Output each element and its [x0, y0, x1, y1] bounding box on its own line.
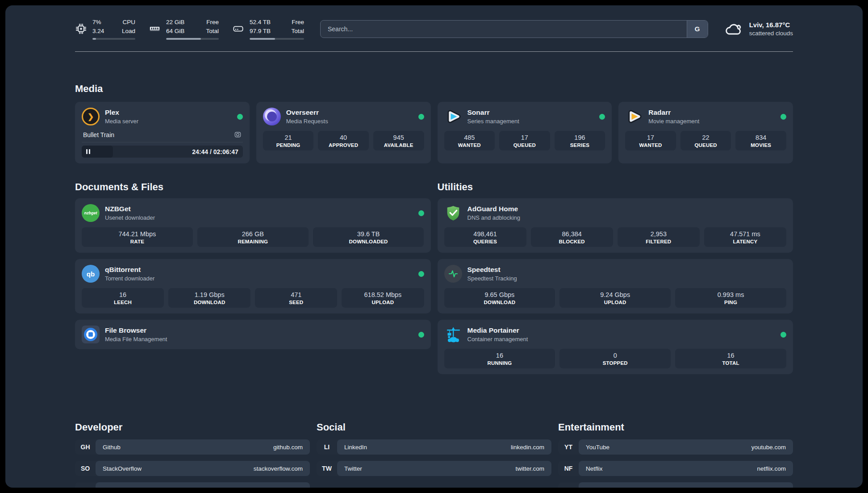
app-description: Container management — [467, 336, 528, 343]
app-card-sonarr[interactable]: Sonarr Series management 485 WANTED 17 Q… — [438, 102, 612, 163]
app-card-speedtest[interactable]: Speedtest Speedtest Tracking 9.65 Gbps D… — [438, 259, 793, 313]
section-title-entertainment: Entertainment — [558, 422, 793, 433]
stat-running: 16 RUNNING — [444, 349, 555, 368]
status-dot — [418, 114, 424, 120]
bookmark-stackoverflow[interactable]: SO StackOverflow stackoverflow.com — [75, 461, 310, 476]
bookmark-github[interactable]: GH Github github.com — [75, 439, 310, 455]
bookmark-linkedin[interactable]: LI LinkedIn linkedin.com — [317, 439, 551, 455]
stat-filtered: 2,953 FILTERED — [618, 227, 700, 247]
app-title: qBittorrent — [105, 266, 154, 274]
search-engine-button[interactable]: G — [687, 21, 708, 38]
stat-leech: 16 LEECH — [82, 288, 164, 308]
search-input[interactable] — [320, 20, 708, 38]
app-card-adguard[interactable]: AdGuard Home DNS and adblocking 498,461 … — [438, 198, 793, 253]
memory-progress — [166, 38, 219, 40]
plex-icon: ❯ — [82, 108, 100, 125]
app-description: Usenet downloader — [105, 214, 155, 221]
stat-queued: 22 QUEUED — [680, 131, 731, 150]
header-divider — [75, 51, 793, 52]
stat-seed: 471 SEED — [255, 288, 337, 308]
stat-movies: 834 MOVIES — [735, 131, 786, 150]
disk-stat: 52.4 TB 97.9 TB Free Total — [232, 18, 304, 40]
app-card-plex[interactable]: ❯ Plex Media server Bullet Train — [75, 102, 250, 163]
stat-download: 1.19 Gbps DOWNLOAD — [168, 288, 250, 308]
status-dot — [418, 271, 424, 277]
stat-ping: 0.993 ms PING — [675, 288, 786, 308]
camera-icon — [234, 131, 242, 138]
section-title-utilities: Utilities — [438, 181, 793, 193]
app-title: File Browser — [105, 326, 167, 334]
section-title-documents: Documents & Files — [75, 181, 431, 193]
media-grid: ❯ Plex Media server Bullet Train — [75, 102, 793, 163]
stat-available: 945 AVAILABLE — [373, 131, 424, 150]
now-playing-row: Bullet Train — [82, 130, 243, 142]
sonarr-icon — [444, 108, 462, 125]
bookmark-group-developer: Developer GH Github github.com SO StackO… — [75, 422, 310, 488]
bookmark-youtube[interactable]: YT YouTube youtube.com — [558, 439, 793, 455]
app-card-qbittorrent[interactable]: qb qBittorrent Torrent downloader 16 LEE… — [75, 259, 431, 313]
stat-queued: 17 QUEUED — [499, 131, 550, 150]
stat-upload: 9.24 Gbps UPLOAD — [559, 288, 671, 308]
overseerr-icon — [263, 108, 281, 125]
stat-latency: 47.571 ms LATENCY — [704, 227, 786, 247]
system-stats: 7% 3.24 CPU Load 22 GiB 64 GiB Free — [75, 18, 304, 40]
status-dot — [780, 114, 786, 120]
memory-values: 22 GiB 64 GiB — [166, 18, 184, 35]
documents-column: Documents & Files nzbget NZBGet Usenet d… — [75, 163, 431, 355]
stat-upload: 618.52 Mbps UPLOAD — [342, 288, 424, 308]
stat-rate: 744.21 Mbps RATE — [82, 227, 193, 247]
app-description: Media Requests — [286, 118, 328, 125]
app-description: DNS and adblocking — [467, 214, 521, 221]
stat-pending: 21 PENDING — [263, 131, 314, 150]
app-description: Speedtest Tracking — [467, 275, 517, 282]
pause-icon[interactable] — [86, 149, 90, 154]
app-title: Media Portainer — [467, 326, 528, 334]
memory-stat: 22 GiB 64 GiB Free Total — [149, 18, 219, 40]
stat-downloaded: 39.6 TB DOWNLOADED — [313, 227, 424, 247]
bookmark-twitter[interactable]: TW Twitter twitter.com — [317, 461, 551, 476]
stat-total: 16 TOTAL — [675, 349, 786, 368]
app-title: Sonarr — [467, 109, 519, 117]
section-title-media: Media — [75, 83, 793, 95]
stat-wanted: 17 WANTED — [625, 131, 676, 150]
disk-progress — [250, 38, 304, 40]
status-dot — [237, 114, 243, 120]
app-description: Media File Management — [105, 336, 167, 343]
status-dot — [780, 332, 786, 338]
app-card-nzbget[interactable]: nzbget NZBGet Usenet downloader 744.21 M… — [75, 198, 431, 253]
bookmark-group-entertainment: Entertainment YT YouTube youtube.com NF … — [558, 422, 793, 488]
now-playing-title: Bullet Train — [83, 131, 114, 138]
weather-widget: Lviv, 16.87°C scattered clouds — [724, 21, 793, 37]
weather-condition: scattered clouds — [749, 30, 793, 37]
stat-series: 196 SERIES — [555, 131, 605, 150]
playback-progress-bar[interactable]: 24:44 / 02:06:47 — [82, 146, 243, 158]
bookmark-dev[interactable]: DT DEV dev.to — [75, 482, 310, 488]
stat-approved: 40 APPROVED — [318, 131, 369, 150]
radarr-icon — [625, 108, 643, 125]
app-title: NZBGet — [105, 205, 155, 213]
stat-download: 9.65 Gbps DOWNLOAD — [444, 288, 555, 308]
bookmark-netflix[interactable]: NF Netflix netflix.com — [558, 461, 793, 476]
app-card-portainer[interactable]: Media Portainer Container management 16 … — [438, 320, 793, 374]
app-description: Torrent downloader — [105, 275, 154, 282]
search: G — [320, 20, 708, 38]
bookmark-reddit[interactable]: RE Reddit reddit.com — [558, 482, 793, 488]
playback-time: 24:44 / 02:06:47 — [192, 146, 238, 158]
nzbget-icon: nzbget — [82, 204, 100, 222]
stat-blocked: 86,384 BLOCKED — [531, 227, 613, 247]
disk-labels: Free Total — [291, 18, 304, 35]
cpu-progress — [92, 38, 135, 40]
app-card-radarr[interactable]: Radarr Movie management 17 WANTED 22 QUE… — [618, 102, 793, 163]
status-dot — [418, 210, 424, 216]
portainer-icon — [444, 326, 462, 343]
bookmark-group-social: Social LI LinkedIn linkedin.com TW Twitt… — [317, 422, 551, 482]
cpu-labels: CPU Load — [122, 18, 135, 35]
app-description: Series management — [467, 118, 519, 125]
weather-location-temp: Lviv, 16.87°C — [749, 21, 793, 29]
app-card-overseerr[interactable]: Overseerr Media Requests 21 PENDING 40 A… — [256, 102, 431, 163]
app-title: Radarr — [648, 109, 699, 117]
app-title: Overseerr — [286, 109, 328, 117]
app-card-filebrowser[interactable]: File Browser Media File Management — [75, 320, 431, 349]
status-dot — [418, 332, 424, 338]
cpu-icon — [75, 23, 87, 35]
